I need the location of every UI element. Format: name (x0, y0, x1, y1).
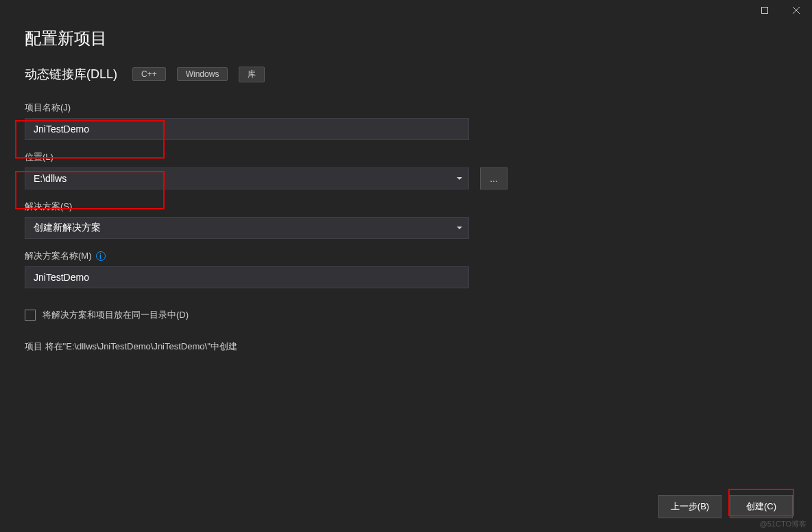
subtitle-row: 动态链接库(DLL) C++ Windows 库 (25, 66, 787, 82)
solution-name-input[interactable] (25, 266, 469, 288)
location-section: 位置(L) E:\dllws ... (25, 151, 787, 189)
watermark: @51CTO博客 (760, 519, 807, 529)
page-title: 配置新项目 (25, 27, 787, 49)
location-input[interactable]: E:\dllws (25, 167, 469, 189)
project-name-label: 项目名称(J) (25, 102, 787, 114)
browse-button[interactable]: ... (480, 167, 508, 189)
same-directory-row: 将解决方案和项目放在同一目录中(D) (25, 309, 787, 321)
tag-cpp: C++ (132, 67, 166, 81)
solution-name-label-text: 解决方案名称(M) (25, 250, 92, 262)
solution-name-section: 解决方案名称(M) i (25, 250, 787, 299)
solution-label: 解决方案(S) (25, 200, 787, 213)
project-type-subtitle: 动态链接库(DLL) (25, 66, 117, 82)
info-icon[interactable]: i (96, 251, 106, 261)
project-name-section: 项目名称(J) (25, 102, 787, 151)
chevron-down-icon (457, 177, 462, 180)
solution-value: 创建新解决方案 (34, 222, 101, 234)
solution-select-wrapper: 创建新解决方案 (25, 217, 469, 239)
path-info-text: 项目 将在"E:\dllws\JniTestDemo\JniTestDemo\"… (25, 340, 787, 353)
chevron-down-icon (457, 227, 462, 229)
create-button[interactable]: 创建(C) (730, 495, 793, 518)
same-directory-label: 将解决方案和项目放在同一目录中(D) (43, 309, 189, 321)
location-select-wrapper: E:\dllws (25, 167, 469, 189)
same-directory-checkbox[interactable] (25, 310, 36, 321)
project-name-input[interactable] (25, 118, 469, 140)
maximize-icon (761, 7, 768, 14)
svg-rect-0 (762, 8, 768, 14)
back-button[interactable]: 上一步(B) (658, 495, 721, 518)
solution-name-label: 解决方案名称(M) i (25, 250, 787, 262)
solution-section: 解决方案(S) 创建新解决方案 (25, 200, 787, 239)
tag-windows: Windows (177, 67, 228, 81)
tag-library: 库 (239, 67, 265, 82)
close-icon (793, 7, 800, 14)
location-value: E:\dllws (34, 173, 67, 184)
solution-select[interactable]: 创建新解决方案 (25, 217, 469, 239)
close-button[interactable] (780, 0, 812, 21)
footer-buttons: 上一步(B) 创建(C) (658, 495, 793, 518)
titlebar (0, 0, 812, 21)
maximize-button[interactable] (749, 0, 780, 21)
location-label: 位置(L) (25, 151, 787, 163)
main-content: 配置新项目 动态链接库(DLL) C++ Windows 库 项目名称(J) 位… (0, 21, 812, 353)
